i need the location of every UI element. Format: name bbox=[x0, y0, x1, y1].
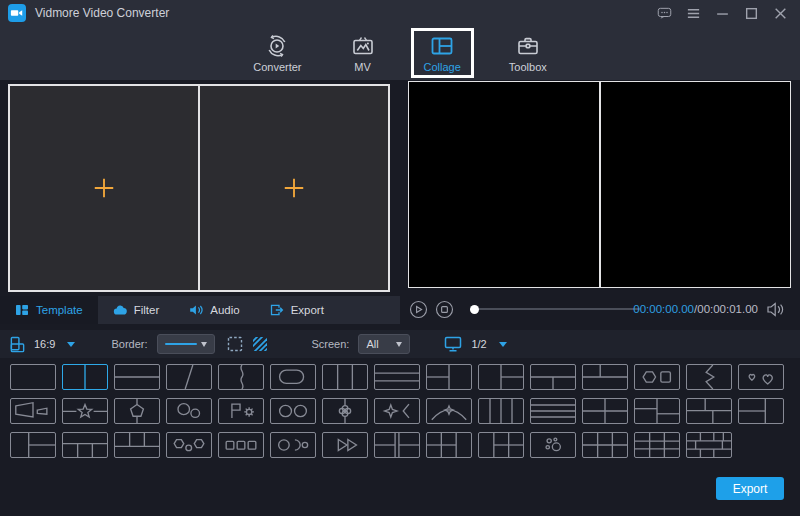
export-tab-icon bbox=[270, 303, 284, 317]
template-dots[interactable] bbox=[530, 432, 576, 458]
template-sparkle-bracket[interactable] bbox=[374, 398, 420, 424]
volume-icon[interactable] bbox=[766, 302, 786, 317]
border-color-icon[interactable] bbox=[252, 336, 268, 352]
template-v2-right-split-narrow[interactable] bbox=[10, 432, 56, 458]
template-flag-gear[interactable] bbox=[218, 398, 264, 424]
template-s-curve[interactable] bbox=[218, 364, 264, 390]
player-controls: 00:00:00.00/00:00:01.00 bbox=[400, 294, 800, 324]
template-hearts[interactable] bbox=[738, 364, 784, 390]
template-columns-3[interactable] bbox=[322, 364, 368, 390]
template-star[interactable] bbox=[62, 398, 108, 424]
tab-filter[interactable]: Filter bbox=[98, 296, 175, 324]
template-pentagon[interactable] bbox=[114, 398, 160, 424]
nav-item-mv[interactable]: MV bbox=[337, 28, 389, 78]
stop-button[interactable] bbox=[435, 300, 454, 319]
page-dropdown-caret[interactable] bbox=[499, 342, 507, 347]
filter-tab-icon bbox=[113, 303, 127, 317]
template-v2-left-split-wide[interactable] bbox=[738, 398, 784, 424]
aspect-ratio-dropdown-caret[interactable] bbox=[67, 342, 75, 347]
template-split-h2[interactable] bbox=[114, 364, 160, 390]
template-hex-circle-hex[interactable] bbox=[166, 432, 212, 458]
template-columns-4[interactable] bbox=[478, 398, 524, 424]
template-grid-right-2x2[interactable] bbox=[478, 432, 524, 458]
play-button[interactable] bbox=[409, 300, 428, 319]
template-h2-top-split[interactable] bbox=[582, 364, 628, 390]
template-h2-bottom-split[interactable] bbox=[530, 364, 576, 390]
collage-slot-1[interactable] bbox=[10, 86, 198, 290]
tab-audio[interactable]: Audio bbox=[174, 296, 254, 324]
nav-item-converter[interactable]: Converter bbox=[240, 28, 314, 78]
time-display: 00:00:00.00/00:00:01.00 bbox=[633, 303, 758, 315]
close-button[interactable] bbox=[772, 5, 788, 21]
menu-icon[interactable] bbox=[685, 5, 701, 21]
maximize-button[interactable] bbox=[743, 5, 759, 21]
template-grid-3x3[interactable] bbox=[634, 432, 680, 458]
collage-toolbar: 16:9 Border: Screen: All 1/2 bbox=[0, 330, 800, 358]
mv-icon bbox=[350, 33, 376, 59]
total-time: 00:00:01.00 bbox=[697, 303, 758, 315]
screen-select[interactable]: All bbox=[358, 334, 410, 354]
add-file-icon bbox=[282, 176, 306, 200]
border-label: Border: bbox=[111, 338, 147, 350]
template-play-arrows[interactable] bbox=[322, 432, 368, 458]
main-nav: Converter MV Collage Toolbox bbox=[0, 26, 800, 80]
page-indicator: 1/2 bbox=[471, 338, 486, 350]
editor-tabbar: Template Filter Audio Export bbox=[0, 296, 400, 324]
nav-item-toolbox[interactable]: Toolbox bbox=[496, 28, 560, 78]
tab-label: Export bbox=[291, 304, 324, 316]
template-clover[interactable] bbox=[322, 398, 368, 424]
template-v2-right-split[interactable] bbox=[478, 364, 524, 390]
screen-select-value: All bbox=[366, 338, 378, 350]
template-single[interactable] bbox=[10, 364, 56, 390]
template-rows-3[interactable] bbox=[374, 364, 420, 390]
border-style-select[interactable] bbox=[157, 334, 215, 354]
template-diagonal[interactable] bbox=[166, 364, 212, 390]
nav-item-label: Converter bbox=[253, 61, 301, 73]
nav-item-label: Toolbox bbox=[509, 61, 547, 73]
add-file-icon bbox=[92, 176, 116, 200]
template-rounded-pip[interactable] bbox=[270, 364, 316, 390]
collage-icon bbox=[429, 33, 455, 59]
app-logo-icon bbox=[8, 4, 26, 22]
tab-template[interactable]: Template bbox=[0, 296, 98, 324]
seek-handle[interactable] bbox=[470, 305, 479, 314]
border-line-sample bbox=[165, 343, 197, 345]
template-tab-icon bbox=[15, 303, 29, 317]
template-circle-phases[interactable] bbox=[270, 432, 316, 458]
border-dashed-icon[interactable] bbox=[227, 336, 243, 352]
template-bottom-3[interactable] bbox=[62, 432, 108, 458]
template-perspective[interactable] bbox=[10, 398, 56, 424]
video-preview-pane-1 bbox=[409, 82, 599, 287]
minimize-button[interactable] bbox=[714, 5, 730, 21]
template-rows-4[interactable] bbox=[530, 398, 576, 424]
template-zigzag[interactable] bbox=[686, 364, 732, 390]
seek-track[interactable] bbox=[470, 308, 640, 310]
collage-slot-2[interactable] bbox=[200, 86, 388, 290]
aspect-ratio-icon[interactable] bbox=[8, 335, 26, 353]
tab-label: Template bbox=[36, 304, 83, 316]
template-circles-duo[interactable] bbox=[166, 398, 212, 424]
template-grid-2x2[interactable] bbox=[582, 398, 628, 424]
tab-export[interactable]: Export bbox=[255, 296, 339, 324]
template-grid-left-2x2[interactable] bbox=[426, 432, 472, 458]
nav-item-collage[interactable]: Collage bbox=[411, 28, 474, 78]
screen-page-icon[interactable] bbox=[444, 336, 462, 352]
template-grid-2x2-staggered[interactable] bbox=[634, 398, 680, 424]
template-arc-flower[interactable] bbox=[426, 398, 472, 424]
template-circles-equal[interactable] bbox=[270, 398, 316, 424]
seek-slider[interactable] bbox=[470, 303, 640, 315]
window-title: Vidmore Video Converter bbox=[35, 6, 169, 20]
template-squares-3[interactable] bbox=[218, 432, 264, 458]
template-v2-left-split[interactable] bbox=[426, 364, 472, 390]
template-brick-top[interactable] bbox=[686, 398, 732, 424]
export-button[interactable]: Export bbox=[716, 477, 784, 500]
feedback-icon[interactable] bbox=[656, 5, 672, 21]
template-split-v2[interactable] bbox=[62, 364, 108, 390]
aspect-ratio-value[interactable]: 16:9 bbox=[34, 338, 55, 350]
template-top-3[interactable] bbox=[114, 432, 160, 458]
audio-tab-icon bbox=[189, 303, 203, 317]
template-grid-2x2-gap[interactable] bbox=[374, 432, 420, 458]
template-grid-3x2[interactable] bbox=[582, 432, 628, 458]
template-brick-grid[interactable] bbox=[686, 432, 732, 458]
template-hexagon-square[interactable] bbox=[634, 364, 680, 390]
